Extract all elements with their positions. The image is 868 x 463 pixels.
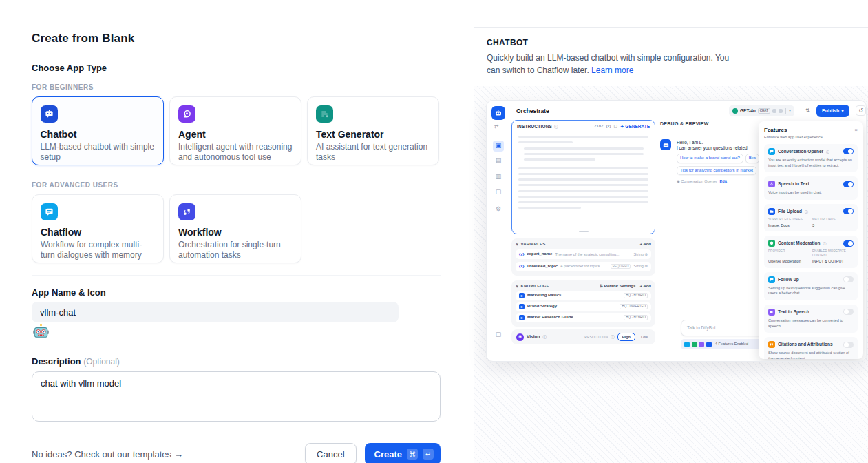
app-type-card-workflow[interactable]: Workflow Orchestration for single-turn a…	[169, 194, 301, 263]
create-button-label: Create	[374, 449, 402, 460]
create-from-blank-panel: Create from Blank Choose App Type FOR BE…	[0, 0, 474, 463]
app-name-input[interactable]	[32, 302, 399, 322]
logs-nav-icon: ▥	[493, 172, 504, 183]
vision-capability-icon	[779, 109, 783, 113]
instructions-tools: 2182 {x} ▢ ✦ GENERATE	[594, 124, 650, 130]
description-textarea[interactable]: chat with vllm model	[32, 371, 441, 422]
info-icon: ⓘ	[826, 150, 829, 154]
instructions-panel: INSTRUCTIONS ⓘ 2182 {x} ▢ ✦ GENERATE	[511, 120, 655, 234]
section-divider	[32, 275, 441, 276]
advanced-section-label: FOR ADVANCED USERS	[32, 181, 441, 189]
debug-preview-label: DEBUG & PREVIEW	[660, 121, 709, 127]
shield-icon	[768, 240, 775, 247]
preview-stage: ⇄ ▣ ▤ ▥ ▢ ⚙ ▢ Orchestrate GPT-4o CHAT ▾	[474, 86, 868, 463]
learn-more-link[interactable]: Learn more	[591, 65, 633, 75]
resolution-low-option: Low	[638, 333, 650, 341]
preview-top-strip	[474, 0, 868, 28]
app-name-row: App Name & Icon	[32, 287, 441, 344]
collapse-panel-icon: ▢	[493, 329, 504, 340]
required-badge: REQUIRED	[611, 264, 631, 269]
toggle-on	[843, 148, 854, 154]
document-icon: ≡	[519, 315, 525, 320]
text-generator-icon	[316, 105, 333, 123]
card-description: AI assistant for text generation tasks	[316, 142, 430, 163]
chatbot-icon	[41, 105, 58, 123]
modal-footer: No ideas? Check out our templates→ Cance…	[32, 443, 441, 463]
settings-gear-icon: ⚙	[493, 204, 504, 215]
description-block: Description (Optional) chat with vllm mo…	[32, 356, 441, 424]
card-title: Agent	[178, 129, 293, 140]
follow-up-icon	[768, 276, 775, 283]
speech-mini-icon	[699, 342, 704, 347]
model-name: GPT-4o	[740, 108, 756, 114]
app-type-card-chatflow[interactable]: Chatflow Workflow for complex multi-turn…	[32, 194, 164, 263]
feature-card-file-upload: File Uploadⓘ SUPPORT FILE TYPESMAX UPLOA…	[764, 204, 858, 232]
toggle-on	[843, 240, 854, 247]
robot-emoji-icon	[32, 331, 50, 343]
templates-link[interactable]: No ideas? Check out our templates→	[32, 449, 183, 460]
retrieval-tag: HQ · HYBRID	[624, 315, 648, 320]
info-icon: ⓘ	[554, 125, 558, 130]
advanced-app-type-cards: Chatflow Workflow for complex multi-turn…	[32, 194, 441, 263]
card-title: Chatflow	[41, 227, 155, 238]
card-description: Orchestration for single-turn automation…	[178, 240, 293, 260]
model-selector: GPT-4o CHAT ▾	[729, 105, 794, 116]
knowledge-panel: ∨ KNOWLEDGE ⇅ Rerank Settings+ Add ≡ Mar…	[511, 280, 655, 327]
workflow-icon	[178, 203, 195, 220]
model-provider-icon	[732, 108, 738, 114]
vision-row: ◉ Vision ⓘ RESOLUTION ⓘ High Low	[511, 329, 655, 344]
knowledge-row: ≡ Brand Strategy HQ · INVERTED	[516, 302, 651, 311]
beginners-section-label: FOR BEGINNERS	[32, 83, 441, 91]
variables-label: VARIABLES	[521, 242, 546, 247]
retrieval-tag: HQ · INVERTED	[620, 304, 648, 309]
resolution-label: RESOLUTION	[584, 335, 608, 339]
speaker-icon	[768, 309, 775, 316]
chevron-down-icon: ▾	[841, 108, 844, 114]
card-title: Workflow	[178, 227, 293, 238]
suggested-question: Bes	[745, 154, 759, 163]
variable-token-icon: {x}	[519, 252, 524, 257]
toggle-off	[843, 342, 854, 348]
description-label: Description (Optional)	[32, 356, 441, 367]
footer-buttons: Cancel Create ⌘ ↵	[305, 443, 441, 463]
variables-panel: ∨ VARIABLES + Add {x} expert_name The na…	[511, 238, 655, 276]
features-enabled-count: 4 Features Enabled	[715, 342, 748, 347]
generate-button: ✦ GENERATE	[620, 124, 650, 130]
toggle-off	[843, 309, 854, 315]
cmd-key-icon: ⌘	[407, 449, 418, 460]
app-name-label: App Name & Icon	[32, 287, 441, 298]
quote-icon	[768, 341, 775, 348]
app-type-info: CHATBOT Quickly build an LLM-based chatb…	[474, 28, 868, 86]
app-type-card-chatbot[interactable]: Chatbot LLM-based chatbot with simple se…	[32, 96, 164, 165]
folder-icon	[768, 208, 775, 215]
chatflow-icon	[41, 203, 58, 220]
knowledge-header: ∨ KNOWLEDGE ⇅ Rerank Settings+ Add	[516, 284, 651, 289]
info-icon: ⓘ	[611, 335, 615, 340]
document-icon: ≡	[519, 293, 525, 298]
char-count: 2182	[594, 124, 603, 130]
variable-type: String ⊗	[633, 252, 648, 257]
vision-label: Vision	[527, 334, 540, 340]
app-type-card-agent[interactable]: Agent Intelligent agent with reasoning a…	[169, 96, 301, 165]
variable-row: {x} expert_name The name of the strategi…	[516, 249, 651, 259]
app-type-info-description: Quickly build an LLM-based chatbot with …	[487, 52, 743, 76]
card-description: LLM-based chatbot with simple setup	[41, 142, 156, 163]
page-title: Create from Blank	[32, 32, 441, 45]
variables-chevron-icon: ∨	[516, 242, 519, 247]
toggle-on	[843, 181, 854, 187]
cancel-button[interactable]: Cancel	[305, 443, 356, 463]
resize-handle	[579, 231, 589, 232]
knowledge-row: ≡ Market Research Guide HQ · HYBRID	[516, 313, 651, 322]
features-subtitle: Enhance web app user experience	[764, 135, 858, 140]
features-panel: Features × Enhance web app user experien…	[759, 121, 863, 359]
arrow-right-icon: →	[174, 449, 183, 460]
moderation-mini-icon	[692, 342, 697, 347]
app-icon-picker[interactable]	[32, 322, 441, 344]
app-type-card-text-generator[interactable]: Text Generator AI assistant for text gen…	[307, 96, 439, 165]
create-button[interactable]: Create ⌘ ↵	[365, 443, 441, 463]
orchestrate-title: Orchestrate	[516, 107, 549, 115]
create-app-modal: Create from Blank Choose App Type FOR BE…	[0, 0, 868, 463]
choose-app-type-label: Choose App Type	[32, 63, 441, 73]
instructions-label: INSTRUCTIONS	[517, 124, 552, 130]
rerank-settings-button: ⇅ Rerank Settings	[600, 284, 635, 289]
